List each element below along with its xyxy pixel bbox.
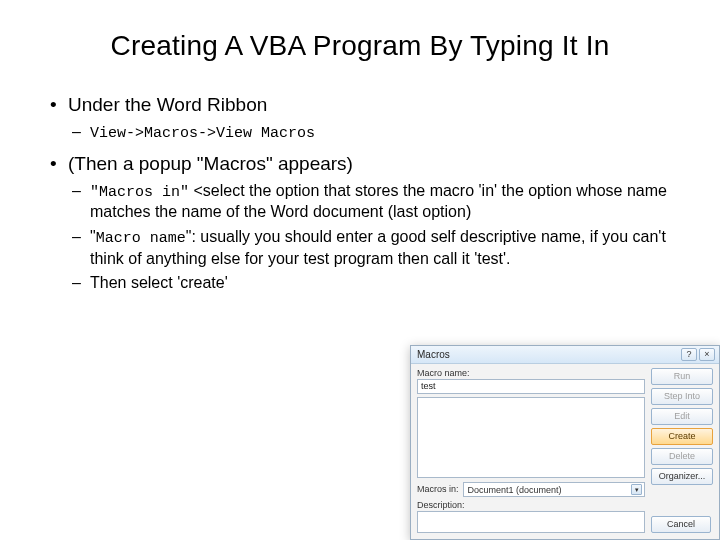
dialog-title: Macros <box>417 349 450 360</box>
organizer-button[interactable]: Organizer... <box>651 468 713 485</box>
bullet-2-sub-1: "Macros in" <select the option that stor… <box>68 181 670 223</box>
description-label: Description: <box>417 500 645 510</box>
bullet-2-sub-3-text: Then select 'create' <box>90 274 228 291</box>
macro-name-label: Macro name: <box>417 368 645 378</box>
macro-name-input[interactable]: test <box>417 379 645 394</box>
description-box[interactable] <box>417 511 645 533</box>
macros-in-value: Document1 (document) <box>468 485 562 495</box>
run-button[interactable]: Run <box>651 368 713 385</box>
bullet-2-text: (Then a popup "Macros" appears) <box>68 153 353 174</box>
dialog-titlebar: Macros ? × <box>411 346 719 364</box>
delete-button[interactable]: Delete <box>651 448 713 465</box>
macros-dialog: Macros ? × Macro name: test Macros in: D… <box>410 345 720 540</box>
slide-title: Creating A VBA Program By Typing It In <box>50 30 670 62</box>
bullet-1-sub-1-text: View->Macros->View Macros <box>90 125 315 142</box>
bullet-1: Under the Word Ribbon View->Macros->View… <box>50 92 670 143</box>
macro-listbox[interactable] <box>417 397 645 478</box>
close-button[interactable]: × <box>699 348 715 361</box>
bullet-2-sub-2-code: Macro name <box>96 230 186 247</box>
step-into-button[interactable]: Step Into <box>651 388 713 405</box>
bullet-2: (Then a popup "Macros" appears) "Macros … <box>50 151 670 294</box>
macros-in-label: Macros in: <box>417 484 459 494</box>
bullet-list: Under the Word Ribbon View->Macros->View… <box>50 92 670 294</box>
create-button[interactable]: Create <box>651 428 713 445</box>
bullet-2-sub-2: "Macro name": usually you should enter a… <box>68 227 670 269</box>
cancel-button[interactable]: Cancel <box>651 516 711 533</box>
bullet-1-text: Under the Word Ribbon <box>68 94 267 115</box>
bullet-1-sub-1: View->Macros->View Macros <box>68 122 670 144</box>
help-button[interactable]: ? <box>681 348 697 361</box>
chevron-down-icon: ▾ <box>631 484 642 495</box>
bullet-2-sub-3: Then select 'create' <box>68 273 670 294</box>
macros-in-combobox[interactable]: Document1 (document) ▾ <box>463 482 645 497</box>
edit-button[interactable]: Edit <box>651 408 713 425</box>
bullet-2-sub-1-code: "Macros in" <box>90 184 189 201</box>
